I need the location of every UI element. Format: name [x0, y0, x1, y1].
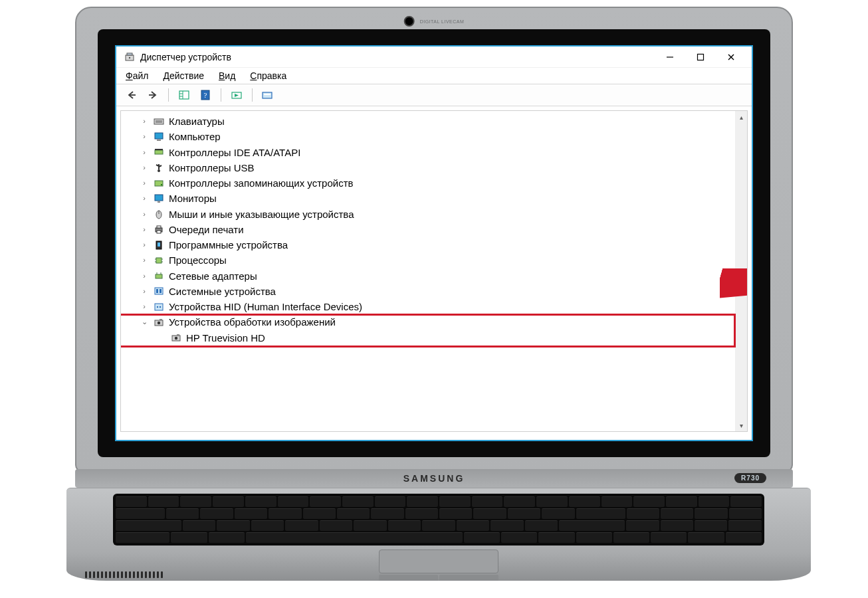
- tree-item-label: Системные устройства: [169, 284, 276, 299]
- svg-rect-51: [160, 289, 162, 293]
- svg-rect-4: [698, 54, 704, 60]
- tree-item-computer[interactable]: ›Компьютер: [122, 129, 746, 144]
- screen-bezel: Диспетчер устройств ФФайлайл ДействиеДей…: [98, 29, 770, 457]
- touchpad: [379, 549, 498, 573]
- tree-item-label: Компьютер: [169, 129, 221, 144]
- svg-point-59: [175, 337, 177, 340]
- software-icon: [153, 239, 165, 251]
- maximize-button[interactable]: [685, 47, 716, 67]
- tree-item-label: Контроллеры запоминающих устройств: [169, 175, 353, 191]
- hinge-bar: SAMSUNG R730: [75, 469, 793, 488]
- svg-point-53: [157, 306, 158, 307]
- tree-item-printer[interactable]: ›Очереди печати: [122, 222, 746, 237]
- tree-item-monitor[interactable]: ›Мониторы: [122, 191, 746, 206]
- svg-point-2: [129, 56, 130, 58]
- tree-item-keyboard[interactable]: ›Клавиатуры: [122, 114, 746, 129]
- imaging-icon: [170, 332, 182, 344]
- svg-rect-49: [155, 288, 163, 294]
- svg-point-56: [158, 322, 160, 324]
- svg-point-26: [158, 169, 160, 172]
- chevron-right-icon[interactable]: ›: [140, 209, 149, 220]
- tree-item-ide[interactable]: ›Контроллеры IDE ATA/ATAPI: [122, 145, 746, 160]
- nav-back-button[interactable]: [123, 87, 140, 103]
- tree-item-storage[interactable]: ›Контроллеры запоминающих устройств: [122, 175, 746, 191]
- vertical-scrollbar[interactable]: ▴ ▾: [735, 111, 747, 431]
- brand-label: SAMSUNG: [403, 473, 465, 484]
- chevron-right-icon[interactable]: ›: [140, 131, 149, 142]
- tree-item-hid[interactable]: ›Устройства HID (Human Interface Devices…: [122, 299, 746, 314]
- model-badge: R730: [734, 473, 766, 483]
- menu-help[interactable]: СправкаСправка: [250, 70, 286, 81]
- system-icon: [153, 285, 165, 297]
- tree-item-system[interactable]: ›Системные устройства: [122, 284, 746, 299]
- chevron-right-icon[interactable]: ›: [140, 193, 149, 204]
- webcam-label: DIGITAL LIVECAM: [420, 19, 465, 24]
- menu-view[interactable]: ВидВид: [219, 70, 235, 81]
- ide-icon: [153, 146, 165, 158]
- minimize-button[interactable]: [655, 47, 685, 67]
- chevron-right-icon[interactable]: ›: [140, 162, 149, 173]
- window-titlebar[interactable]: Диспетчер устройств: [116, 47, 752, 68]
- tree-item-label: Устройства HID (Human Interface Devices): [169, 299, 362, 314]
- chevron-right-icon[interactable]: ›: [140, 254, 149, 266]
- window-title: Диспетчер устройств: [140, 52, 231, 62]
- chevron-right-icon[interactable]: ›: [140, 224, 149, 235]
- tree-item-software[interactable]: ›Программные устройства: [122, 237, 746, 252]
- chevron-right-icon[interactable]: ›: [140, 147, 149, 158]
- chevron-right-icon[interactable]: ›: [140, 177, 149, 189]
- svg-rect-17: [263, 92, 272, 98]
- tree-item-label: Очереди печати: [169, 222, 244, 237]
- svg-rect-18: [264, 94, 271, 95]
- tree-item-label: Мониторы: [169, 191, 217, 206]
- keyboard: [113, 494, 764, 546]
- computer-icon: [153, 131, 165, 143]
- tree-item-cpu[interactable]: ›Процессоры: [122, 252, 746, 268]
- tree-item-network[interactable]: ›Сетевые адаптеры: [122, 268, 746, 284]
- tree-item-mouse[interactable]: ›Мыши и иные указывающие устройства: [122, 207, 746, 222]
- properties-button[interactable]: [259, 87, 276, 103]
- menu-file[interactable]: ФФайлайл: [126, 70, 148, 81]
- svg-rect-38: [157, 231, 161, 233]
- chevron-right-icon[interactable]: ›: [140, 239, 149, 250]
- tree-child-item[interactable]: HP Truevision HD: [122, 330, 746, 346]
- chevron-right-icon[interactable]: ›: [140, 116, 149, 127]
- nav-forward-button[interactable]: [144, 87, 162, 103]
- scroll-down-button[interactable]: ▾: [735, 419, 747, 431]
- svg-text:?: ?: [204, 91, 207, 99]
- scan-hardware-button[interactable]: [228, 87, 245, 103]
- chevron-right-icon[interactable]: ›: [140, 270, 149, 282]
- chevron-right-icon[interactable]: ›: [140, 286, 149, 297]
- svg-rect-32: [155, 195, 163, 201]
- mouse-icon: [153, 208, 165, 220]
- chevron-right-icon[interactable]: ›: [140, 301, 149, 312]
- close-button[interactable]: [716, 47, 746, 67]
- svg-rect-25: [155, 149, 163, 150]
- svg-point-54: [160, 306, 161, 307]
- monitor-icon: [153, 193, 165, 205]
- svg-rect-60: [177, 334, 179, 336]
- hid-icon: [153, 301, 165, 313]
- svg-rect-9: [179, 91, 189, 99]
- svg-point-31: [161, 184, 162, 185]
- device-tree[interactable]: ›Клавиатуры›Компьютер›Контроллеры IDE AT…: [121, 111, 747, 351]
- tree-item-label: Программные устройства: [169, 237, 288, 252]
- tree-item-label: Контроллеры IDE ATA/ATAPI: [169, 145, 300, 160]
- help-button[interactable]: ?: [197, 87, 214, 103]
- tree-item-usb[interactable]: ›Контроллеры USB: [122, 160, 746, 175]
- device-manager-icon: [124, 52, 135, 62]
- tree-item-imaging[interactable]: ⌄Устройства обработки изображений: [122, 314, 746, 330]
- chevron-down-icon[interactable]: ⌄: [140, 316, 149, 328]
- svg-rect-37: [157, 226, 161, 228]
- toolbar: ?: [116, 84, 752, 106]
- menu-action[interactable]: ДействиеДействие: [163, 70, 204, 81]
- svg-rect-46: [156, 274, 162, 278]
- tree-item-label: Мыши и иные указывающие устройства: [169, 207, 354, 222]
- show-hide-tree-button[interactable]: [175, 87, 193, 103]
- laptop-lid: DIGITAL LIVECAM Диспетчер устройств: [75, 7, 793, 472]
- scroll-up-button[interactable]: ▴: [735, 111, 747, 123]
- printer-icon: [153, 223, 165, 235]
- webcam-lens-icon: [404, 16, 415, 27]
- svg-rect-52: [155, 304, 163, 310]
- svg-rect-41: [156, 258, 162, 263]
- tree-item-label: Контроллеры USB: [169, 160, 255, 175]
